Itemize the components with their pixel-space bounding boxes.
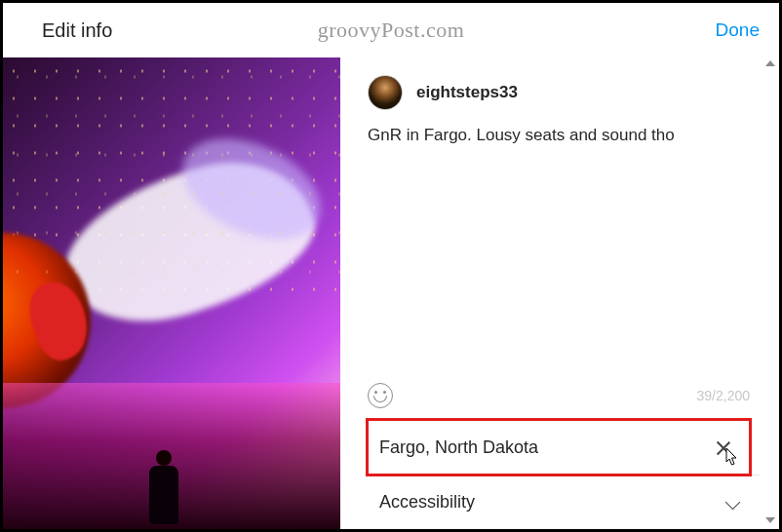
modal-body: eightsteps33 GnR in Fargo. Lousy seats a… xyxy=(3,57,779,529)
author-line: eightsteps33 xyxy=(368,75,769,110)
modal-title: Edit info xyxy=(42,19,112,42)
caption-text[interactable]: GnR in Fargo. Lousy seats and sound tho xyxy=(368,124,769,147)
accessibility-row[interactable]: Accessibility xyxy=(368,475,760,529)
close-icon[interactable] xyxy=(715,439,732,457)
chevron-down-icon xyxy=(724,494,742,512)
char-counter: 39/2,200 xyxy=(697,388,751,403)
done-button[interactable]: Done xyxy=(716,19,760,41)
emoji-picker-button[interactable] xyxy=(368,383,393,408)
watermark-text: groovyPost.com xyxy=(318,18,465,43)
edit-panel: eightsteps33 GnR in Fargo. Lousy seats a… xyxy=(340,57,779,529)
location-label: Fargo, North Dakota xyxy=(379,437,538,458)
smile-icon xyxy=(373,396,387,402)
caption-area[interactable]: GnR in Fargo. Lousy seats and sound tho xyxy=(368,124,769,147)
edit-info-modal: Edit info groovyPost.com Done eightsteps… xyxy=(0,0,782,532)
username: eightsteps33 xyxy=(416,83,518,102)
location-row[interactable]: Fargo, North Dakota xyxy=(368,420,750,475)
scroll-down-icon[interactable] xyxy=(765,517,775,523)
scroll-up-icon[interactable] xyxy=(765,60,775,66)
accessibility-label: Accessibility xyxy=(379,492,475,513)
post-image xyxy=(3,57,340,529)
spacer xyxy=(368,147,769,377)
location-row-wrap: Fargo, North Dakota xyxy=(368,420,760,475)
modal-header: Edit info groovyPost.com Done xyxy=(3,3,779,57)
caption-footer: 39/2,200 xyxy=(368,377,769,420)
scrollbar[interactable] xyxy=(763,57,777,529)
image-decor xyxy=(167,119,336,260)
image-decor xyxy=(149,466,178,524)
avatar xyxy=(368,75,403,110)
